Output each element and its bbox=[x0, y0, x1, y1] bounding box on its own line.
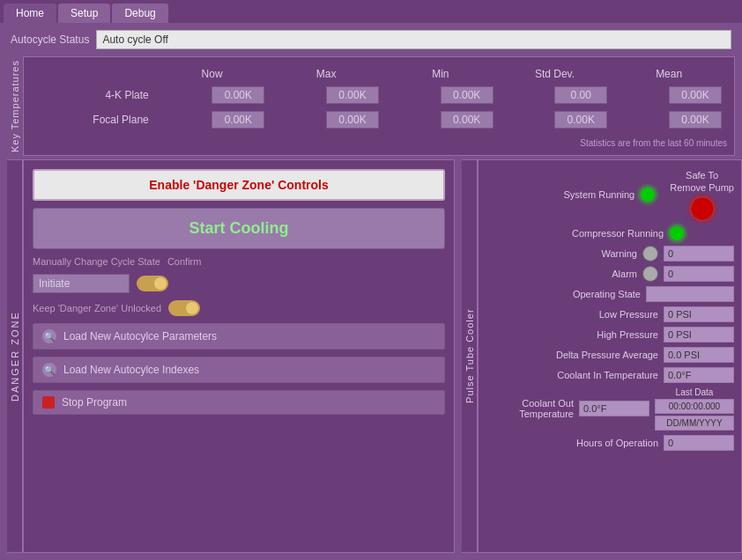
col-mean: Mean bbox=[612, 66, 725, 82]
autocycle-label: Autocycle Status bbox=[11, 33, 89, 46]
safe-remove-indicator bbox=[690, 196, 715, 221]
pulse-tube-panel: System Running Safe ToRemove Pump Compre… bbox=[478, 159, 742, 553]
coolant-in-label: Coolant In Temperature bbox=[557, 370, 658, 380]
high-pressure-label: High Pressure bbox=[570, 329, 658, 340]
focal-max[interactable] bbox=[326, 111, 379, 129]
load-indexes-button[interactable]: 🔍 Load New Autocylce Indexes bbox=[33, 357, 445, 383]
pulse-tube-wrapper: Pulse Tube Cooler System Running Safe To… bbox=[462, 159, 735, 553]
cycle-state-row: Manually Change Cycle State Confirm bbox=[33, 256, 445, 267]
coolant-out-row: Coolant Out Temperature Last Data bbox=[486, 387, 734, 431]
focal-mean[interactable] bbox=[669, 111, 722, 129]
compressor-running-row: Compressor Running bbox=[486, 225, 734, 241]
focal-min[interactable] bbox=[441, 111, 493, 129]
keep-unlocked-label: Keep 'Danger Zone' Unlocked bbox=[33, 303, 161, 313]
4k-min[interactable] bbox=[441, 86, 493, 104]
alarm-label: Alarm bbox=[549, 269, 637, 279]
key-temps-outer: Key Temperatures Now Max Min Std Dev. Me… bbox=[7, 56, 735, 156]
compressor-running-label: Compressor Running bbox=[572, 228, 664, 239]
col-min: Min bbox=[384, 66, 497, 82]
system-running-row: System Running Safe ToRemove Pump bbox=[486, 169, 734, 221]
tab-setup[interactable]: Setup bbox=[58, 4, 110, 23]
system-running-indicator bbox=[640, 187, 656, 203]
focal-now[interactable] bbox=[211, 111, 264, 129]
stop-label: Stop Program bbox=[62, 396, 127, 409]
system-running-label: System Running bbox=[546, 189, 634, 200]
row-4k-label: 4-K Plate bbox=[33, 84, 154, 107]
high-pressure-row: High Pressure bbox=[486, 327, 734, 343]
table-row: Focal Plane bbox=[33, 108, 725, 131]
delta-pressure-row: Delta Pressure Average bbox=[486, 347, 734, 363]
hours-input[interactable] bbox=[664, 435, 734, 451]
4k-now[interactable] bbox=[211, 86, 264, 104]
last-data-section: Last Data bbox=[655, 387, 734, 431]
alarm-row: Alarm bbox=[486, 266, 734, 282]
last-data-label: Last Data bbox=[655, 387, 734, 397]
load-params-label: Load New Autocylce Parameters bbox=[63, 330, 217, 343]
lower-area: DANGER ZONE Enable 'Danger Zone' Control… bbox=[0, 159, 742, 560]
focal-stddev[interactable] bbox=[554, 111, 607, 129]
coolant-out-input[interactable] bbox=[579, 401, 649, 416]
hours-row: Hours of Operation bbox=[486, 435, 734, 451]
last-data-time[interactable] bbox=[655, 399, 734, 414]
key-temps-vertical-label: Key Temperatures bbox=[7, 56, 23, 156]
tab-bar: Home Setup Debug bbox=[0, 0, 742, 23]
danger-zone-panel: Enable 'Danger Zone' Controls Start Cool… bbox=[23, 159, 455, 553]
danger-zone-label: DANGER ZONE bbox=[7, 159, 23, 553]
row-focal-label: Focal Plane bbox=[33, 108, 154, 131]
warning-row: Warning bbox=[486, 246, 734, 262]
col-now: Now bbox=[156, 66, 269, 82]
coolant-out-label: Coolant Out Temperature bbox=[486, 398, 574, 419]
4k-stddev[interactable] bbox=[554, 86, 607, 104]
alarm-indicator bbox=[642, 266, 658, 282]
tab-home[interactable]: Home bbox=[4, 4, 56, 23]
load-params-icon: 🔍 bbox=[42, 329, 56, 343]
stop-icon bbox=[42, 396, 55, 409]
pulse-tube-label: Pulse Tube Cooler bbox=[462, 159, 478, 553]
last-data-date[interactable] bbox=[655, 416, 734, 431]
warning-indicator bbox=[642, 246, 658, 262]
autocycle-row: Autocycle Status bbox=[0, 23, 742, 56]
load-params-button[interactable]: 🔍 Load New Autocylce Parameters bbox=[33, 323, 445, 350]
col-stddev: Std Dev. bbox=[499, 66, 612, 82]
low-pressure-input[interactable] bbox=[664, 306, 734, 322]
keep-unlocked-row: Keep 'Danger Zone' Unlocked bbox=[33, 300, 445, 316]
initiate-input[interactable] bbox=[33, 274, 130, 293]
start-cooling-button[interactable]: Start Cooling bbox=[33, 208, 445, 249]
key-temps-panel: Now Max Min Std Dev. Mean 4-K Plate bbox=[23, 56, 735, 156]
operating-state-input[interactable] bbox=[646, 286, 734, 302]
stop-program-button[interactable]: Stop Program bbox=[33, 390, 445, 415]
temps-table: Now Max Min Std Dev. Mean 4-K Plate bbox=[31, 64, 727, 133]
operating-state-label: Operating State bbox=[553, 289, 641, 299]
upper-area: Key Temperatures Now Max Min Std Dev. Me… bbox=[0, 56, 742, 159]
danger-zone-wrapper: DANGER ZONE Enable 'Danger Zone' Control… bbox=[7, 159, 455, 553]
load-indexes-label: Load New Autocylce Indexes bbox=[63, 364, 199, 376]
high-pressure-input[interactable] bbox=[664, 327, 734, 343]
alarm-input[interactable] bbox=[664, 266, 734, 282]
delta-pressure-label: Delta Pressure Average bbox=[556, 350, 658, 360]
table-row: 4-K Plate bbox=[33, 84, 725, 107]
compressor-running-indicator bbox=[669, 225, 685, 241]
delta-pressure-input[interactable] bbox=[664, 347, 734, 363]
tab-debug[interactable]: Debug bbox=[112, 4, 167, 23]
low-pressure-row: Low Pressure bbox=[486, 306, 734, 322]
4k-mean[interactable] bbox=[669, 86, 722, 104]
coolant-in-row: Coolant In Temperature bbox=[486, 367, 734, 383]
enable-danger-button[interactable]: Enable 'Danger Zone' Controls bbox=[33, 169, 445, 201]
keep-unlocked-toggle[interactable] bbox=[168, 300, 200, 316]
col-max: Max bbox=[270, 66, 382, 82]
initiate-toggle[interactable] bbox=[137, 276, 168, 291]
autocycle-input[interactable] bbox=[96, 30, 731, 49]
stats-note: Statistics are from the last 60 minutes bbox=[31, 138, 727, 148]
load-indexes-icon: 🔍 bbox=[42, 363, 56, 377]
initiate-row bbox=[33, 274, 445, 293]
operating-state-row: Operating State bbox=[486, 286, 734, 302]
cycle-state-label: Manually Change Cycle State bbox=[33, 256, 160, 267]
4k-max[interactable] bbox=[326, 86, 379, 104]
warning-input[interactable] bbox=[664, 246, 734, 262]
safe-remove-label: Safe ToRemove Pump bbox=[670, 169, 734, 195]
coolant-in-input[interactable] bbox=[664, 367, 734, 383]
low-pressure-label: Low Pressure bbox=[570, 309, 658, 320]
warning-label: Warning bbox=[549, 248, 637, 259]
hours-label: Hours of Operation bbox=[570, 438, 658, 448]
confirm-label: Confirm bbox=[167, 256, 202, 267]
